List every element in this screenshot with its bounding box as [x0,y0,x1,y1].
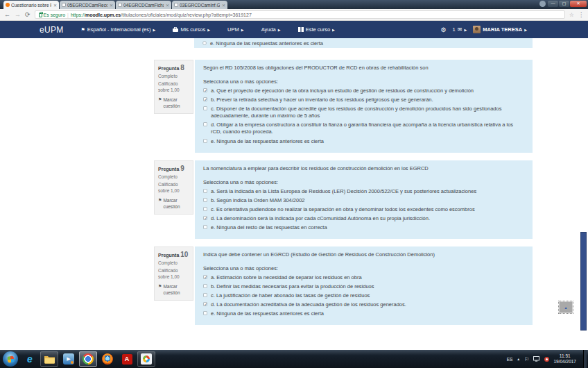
flag-icon: ⚑ [158,284,162,289]
checkbox[interactable] [203,198,207,202]
briefcase-icon [173,27,178,32]
padlock-icon [39,13,42,17]
tab-pdf-3[interactable]: 03EGRCDCamInf.Gen.pdf ✕ [172,1,227,9]
keyboard-language-indicator[interactable]: ES [507,357,513,362]
checkbox[interactable] [203,311,207,315]
flag-question-link[interactable]: ⚑ Marcar cuestión [158,284,189,296]
messages-menu[interactable]: 1 ✉ ▶ [453,26,467,33]
checkbox[interactable] [203,106,207,110]
question-state: Completo [158,174,189,180]
radio-button[interactable] [202,41,207,45]
chrome-icon[interactable] [79,351,97,367]
checkbox[interactable] [203,225,207,229]
eupm-logo[interactable]: eUPM [40,25,64,35]
windows-logo-icon [7,356,14,362]
folder-icon [44,355,55,364]
tab-pdf-2[interactable]: 04EGRCDCamFicha.expl ✕ [116,1,171,9]
action-center-flag-icon[interactable]: ⚐ [524,356,529,362]
show-desktop-button[interactable] [583,350,587,368]
tab-title: Cuestionario sobre Resid [11,3,51,8]
nav-language[interactable]: ⚑ Español - Internacional (es) ▶ [81,26,156,33]
minimize-button[interactable]: — [548,1,558,7]
firefox-icon[interactable] [98,351,116,367]
tab-close-icon[interactable]: ✕ [221,3,225,8]
flag-icon: ⚑ [81,27,85,32]
tab-close-icon[interactable]: ✕ [165,3,169,8]
question-content: La nomenclatura a emplear para describir… [195,160,533,239]
checkbox[interactable] [203,122,207,126]
checkbox[interactable] [203,284,207,288]
question-label: Pregunta [158,167,179,172]
answer-prompt: Selecciona una o más opciones: [203,78,524,85]
answer-option: b. Definir las medidas necesarias para e… [203,283,524,290]
user-menu[interactable]: MARIA TERESA ▶ [473,26,527,33]
question-info-panel: Pregunta 9 Completo Calificado sobre 1,0… [154,160,193,215]
question-8: Pregunta 8 Completo Calificado sobre 1,0… [154,60,533,153]
internet-explorer-icon[interactable]: e [21,351,39,367]
tab-close-icon[interactable]: ✕ [109,3,113,8]
answer-option: c. Es orientativa pudiendose no realizar… [203,206,524,213]
browser-menu-icon[interactable]: ⋮ [578,12,584,18]
nav-upm[interactable]: UPM ▶ [227,26,244,33]
checkbox[interactable] [203,139,207,143]
answer-option: d. La denominación será la indicada por … [203,215,524,222]
scroll-widget-button[interactable]: ▲ [559,301,573,313]
navbar-right: ⚙ 1 ✉ ▶ MARIA TERESA ▶ [441,26,527,33]
checkbox[interactable] [203,97,207,101]
paint-icon[interactable] [137,351,155,367]
bookmark-star-icon[interactable]: ☆ [569,12,574,18]
checkbox[interactable] [203,275,207,279]
question-content: Según el RD 105/2008 las obligaciones de… [195,60,533,153]
flag-icon: ⚑ [158,198,162,203]
checkbox[interactable] [203,189,207,193]
checkbox[interactable] [203,207,207,211]
checkbox[interactable] [203,216,207,220]
answer-option: b. Según indica la Orden MAM 304/2002 [203,197,524,204]
tab-pdf-1[interactable]: 05EGRCDCamRecomend ✕ [60,1,115,9]
checkbox[interactable] [203,88,207,92]
profile-icon[interactable] [539,1,546,7]
tab-quiz[interactable]: Cuestionario sobre Resid ✕ [3,1,59,9]
pdf-favicon-icon [174,3,178,7]
network-icon[interactable] [533,356,540,362]
url-text: https://moodle.upm.es/titulaciones/ofici… [71,12,252,17]
checkbox[interactable] [203,302,207,306]
tab-title: 03EGRCDCamInf.Gen.pdf [180,3,220,8]
question-9: Pregunta 9 Completo Calificado sobre 1,0… [154,160,533,239]
forward-icon[interactable]: → [15,12,21,18]
antivirus-tray-icon[interactable] [544,357,549,362]
nav-mis-cursos[interactable]: Mis cursos ▶ [173,26,210,33]
flag-question-link[interactable]: ⚑ Marcar cuestión [158,97,189,109]
question-info-panel: Pregunta 10 Completo Calificado sobre 1,… [154,246,193,301]
start-button[interactable] [3,351,18,367]
back-icon[interactable]: ← [4,12,10,18]
tab-close-icon[interactable]: ✕ [53,3,57,8]
moodle-navbar: eUPM ⚑ Español - Internacional (es) ▶ Mi… [0,21,588,38]
windows-explorer-icon[interactable] [40,351,58,367]
chevron-down-icon: ▶ [332,28,335,32]
tray-expand-icon[interactable]: ▲ [517,357,520,361]
security-chip[interactable]: Es seguro [39,12,66,17]
nav-ayuda[interactable]: Ayuda ▶ [261,26,281,33]
media-player-icon[interactable]: ▶ [60,351,78,367]
system-tray: ES ▲ ⚐ 11:51 19/04/2017 [507,350,587,368]
answer-option: e. Ninguna del resto de las respuestas e… [203,224,524,231]
browser-titlebar: Cuestionario sobre Resid ✕ 05EGRCDCamRec… [0,0,588,9]
question-number: 9 [180,165,184,172]
address-bar[interactable]: Es seguro | https://moodle.upm.es/titula… [35,10,565,19]
adobe-reader-icon[interactable]: A [118,351,136,367]
tab-title: 05EGRCDCamRecomend [67,3,107,8]
answer-option: e. Ninguna de las respuestas anteriores … [203,138,524,145]
question-text: Según el RD 105/2008 las obligaciones de… [203,65,524,72]
checkbox[interactable] [203,293,207,297]
flag-question-link[interactable]: ⚑ Marcar cuestión [158,198,189,210]
taskbar-clock[interactable]: 11:51 19/04/2017 [553,353,576,365]
nav-este-curso[interactable]: Este curso ▶ [298,26,335,33]
scrollbar-thumb[interactable] [580,232,587,331]
reload-icon[interactable]: ⟳ [25,12,31,18]
gear-icon[interactable]: ⚙ [441,26,447,33]
quiz-review-page: e. Ninguna de las respuestas anteriores … [0,38,588,350]
question-text: Indica que debe contener un EGRCD (Estud… [203,251,524,258]
maximize-button[interactable]: ▢ [559,1,569,7]
close-button[interactable]: ✕ [570,1,587,7]
